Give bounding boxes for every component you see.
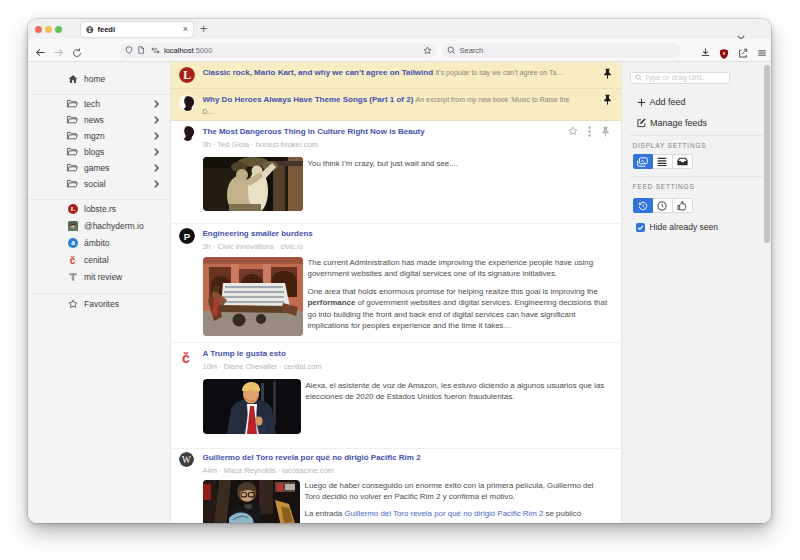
svg-text:W: W <box>182 454 191 464</box>
svg-text:P: P <box>183 230 190 241</box>
svg-text:č: č <box>70 255 76 266</box>
svg-text:L: L <box>183 69 191 81</box>
svg-text:a: a <box>71 239 75 247</box>
svg-text:L: L <box>70 205 75 212</box>
svg-text:č: č <box>182 350 190 365</box>
